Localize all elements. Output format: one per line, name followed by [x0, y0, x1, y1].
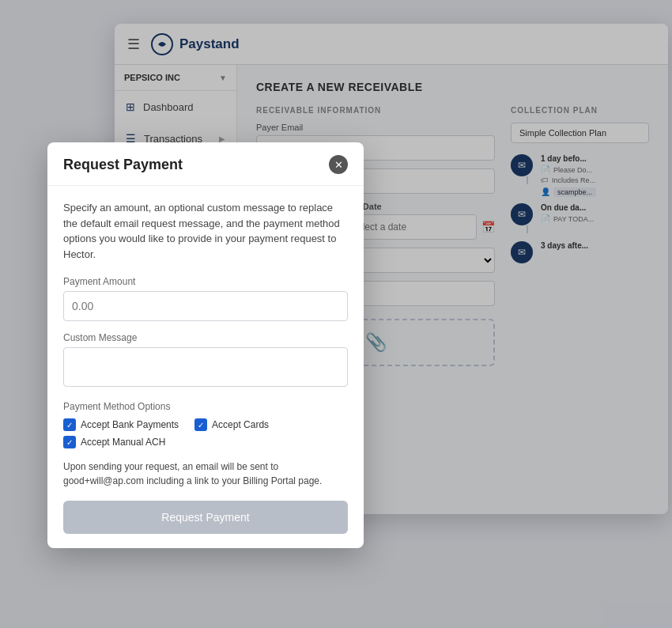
accept-bank-payments-label: Accept Bank Payments	[81, 419, 179, 430]
checkbox-box-ach: ✓	[63, 436, 76, 448]
checkbox-box-cards: ✓	[194, 418, 207, 431]
accept-cards-label: Accept Cards	[212, 419, 269, 430]
accept-bank-payments-checkbox[interactable]: ✓ Accept Bank Payments	[63, 418, 179, 431]
checkbox-row-2: ✓ Accept Manual ACH	[63, 436, 348, 448]
checkbox-box-bank: ✓	[63, 418, 76, 431]
request-payment-modal: Request Payment ✕ Specify an amount, an …	[47, 142, 364, 548]
custom-message-input[interactable]	[63, 347, 348, 387]
payment-method-label: Payment Method Options	[63, 401, 348, 412]
accept-cards-checkbox[interactable]: ✓ Accept Cards	[194, 418, 269, 431]
payment-amount-label: Payment Amount	[63, 276, 348, 287]
modal-close-button[interactable]: ✕	[329, 155, 348, 174]
request-payment-button[interactable]: Request Payment	[63, 501, 348, 534]
modal-description: Specify an amount, an optional custom me…	[63, 200, 348, 262]
modal-note: Upon sending your request, an email will…	[63, 460, 348, 488]
accept-manual-ach-label: Accept Manual ACH	[81, 437, 165, 448]
accept-manual-ach-checkbox[interactable]: ✓ Accept Manual ACH	[63, 436, 165, 448]
modal-header: Request Payment ✕	[47, 142, 364, 186]
checkbox-row-1: ✓ Accept Bank Payments ✓ Accept Cards	[63, 418, 348, 431]
modal-body: Specify an amount, an optional custom me…	[47, 186, 364, 548]
payment-amount-input[interactable]	[63, 291, 348, 321]
custom-message-label: Custom Message	[63, 332, 348, 343]
modal-title: Request Payment	[63, 157, 183, 173]
